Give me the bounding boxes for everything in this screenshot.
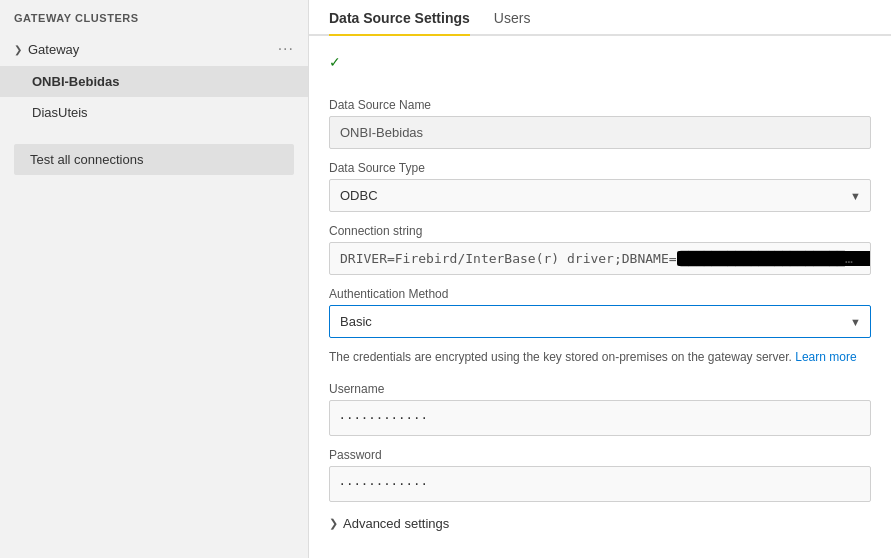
sidebar: Gateway Clusters ❯ Gateway ··· ONBI-Bebi… [0,0,309,558]
password-label: Password [329,448,871,462]
password-input[interactable] [329,466,871,502]
gateway-name: Gateway [28,42,79,57]
advanced-settings-toggle[interactable]: ❯ Advanced settings [329,516,871,531]
data-source-type-label: Data Source Type [329,161,871,175]
connection-status: ✓ [329,54,871,70]
gateway-label: ❯ Gateway [14,42,79,57]
authentication-method-select[interactable]: Basic Windows OAuth2 [329,305,871,338]
tabs: Data Source Settings Users [309,0,891,36]
chevron-right-icon: ❯ [329,517,338,530]
sidebar-item-onbi-bebidas[interactable]: ONBI-Bebidas [0,66,308,97]
connection-string-field: DRIVER=Firebird/InterBase(r) driver;DBNA… [329,242,871,275]
username-input[interactable] [329,400,871,436]
gateway-item[interactable]: ❯ Gateway ··· [0,32,308,66]
test-all-connections-button[interactable]: Test all connections [14,144,294,175]
content-area: ✓ Data Source Name Data Source Type ODBC… [309,36,891,551]
data-source-type-wrapper: ODBC SQL Server Oracle MySQL PostgreSQL … [329,179,871,212]
connection-string-redacted: ████████████████████████████████ [677,251,871,266]
username-label: Username [329,382,871,396]
advanced-settings-label: Advanced settings [343,516,449,531]
sidebar-header: Gateway Clusters [0,0,308,32]
authentication-method-wrapper: Basic Windows OAuth2 ▼ [329,305,871,338]
connection-string-prefix: DRIVER=Firebird/InterBase(r) driver;DBNA… [340,251,677,266]
data-source-name-label: Data Source Name [329,98,871,112]
chevron-down-icon: ❯ [14,44,22,55]
learn-more-link[interactable]: Learn more [795,350,856,364]
check-icon: ✓ [329,54,341,70]
sidebar-item-diasuteis[interactable]: DiasUteis [0,97,308,128]
data-source-type-select[interactable]: ODBC SQL Server Oracle MySQL PostgreSQL [329,179,871,212]
tab-data-source-settings[interactable]: Data Source Settings [329,0,470,36]
connection-string-label: Connection string [329,224,871,238]
ellipsis-icon[interactable]: ··· [278,40,294,58]
data-source-name-input[interactable] [329,116,871,149]
tab-users[interactable]: Users [494,0,531,36]
credentials-note: The credentials are encrypted using the … [329,348,871,366]
authentication-method-label: Authentication Method [329,287,871,301]
main-panel: Data Source Settings Users ✓ Data Source… [309,0,891,558]
